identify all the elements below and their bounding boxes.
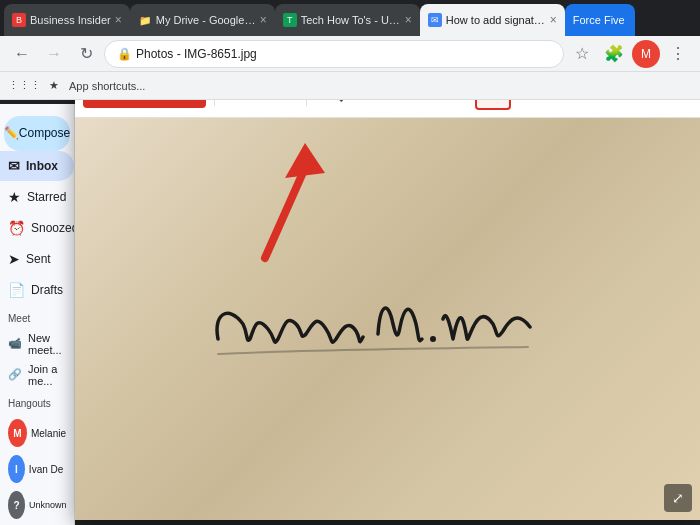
expand-icon: ⤢ xyxy=(672,490,684,506)
tab-signature[interactable]: ✉ How to add signature in... × xyxy=(420,4,565,36)
meet-section-header: Meet xyxy=(0,309,74,328)
tab-title-5: Force Five xyxy=(573,14,625,26)
unknown-label: Unknown: Up... xyxy=(29,500,66,510)
back-button[interactable]: ← xyxy=(8,40,36,68)
bookmarks-button[interactable]: ☆ xyxy=(568,40,596,68)
svg-line-1 xyxy=(265,168,305,258)
bookmark-item[interactable]: App shortcuts... xyxy=(63,78,151,94)
paper-background xyxy=(75,118,700,520)
drafts-label: Drafts xyxy=(31,283,63,297)
profile-button[interactable]: M xyxy=(632,40,660,68)
unknown-avatar: ? xyxy=(8,491,25,519)
address-bar[interactable]: 🔒 Photos - IMG-8651.jpg xyxy=(104,40,564,68)
expand-button[interactable]: ⤢ xyxy=(664,484,692,512)
tab-tech-howtos[interactable]: T Tech How To's - Up For G... × xyxy=(275,4,420,36)
sidebar-item-inbox[interactable]: ✉ Inbox xyxy=(0,151,74,182)
video-icon: 📹 xyxy=(8,337,22,350)
snoozed-label: Snoozed xyxy=(31,221,75,235)
inbox-icon: ✉ xyxy=(8,158,20,174)
tab-my-drive[interactable]: 📁 My Drive - Google Drive × xyxy=(130,4,275,36)
bookmarks-label: ★ xyxy=(49,79,59,92)
refresh-button[interactable]: ↻ xyxy=(72,40,100,68)
photos-window: 🖼️ Photos - IMG-8651.jpg — □ ✕ ← See all… xyxy=(75,30,700,520)
sent-label: Sent xyxy=(26,252,51,266)
sidebar-item-sent[interactable]: ➤ Sent xyxy=(0,243,74,274)
image-display-area: ⤢ xyxy=(75,118,700,520)
join-icon: 🔗 xyxy=(8,368,22,381)
tab-favicon-1: B xyxy=(12,13,26,27)
svg-marker-2 xyxy=(285,143,325,178)
compose-icon: ✏️ xyxy=(4,126,19,140)
sidebar-item-snoozed[interactable]: ⏰ Snoozed xyxy=(0,212,74,243)
compose-button[interactable]: ✏️ Compose xyxy=(4,116,70,151)
svg-point-0 xyxy=(430,336,436,342)
forward-button[interactable]: → xyxy=(40,40,68,68)
contact-melanie[interactable]: M Melanie xyxy=(4,417,70,449)
tab-favicon-2: 📁 xyxy=(138,13,152,27)
tab-favicon-4: ✉ xyxy=(428,13,442,27)
starred-label: Starred xyxy=(27,190,66,204)
tab-close-2[interactable]: × xyxy=(260,13,267,27)
tab-close-1[interactable]: × xyxy=(115,13,122,27)
tab-favicon-3: T xyxy=(283,13,297,27)
drafts-icon: 📄 xyxy=(8,282,25,298)
tab-title-4: How to add signature in... xyxy=(446,14,546,26)
tab-title-3: Tech How To's - Up For G... xyxy=(301,14,401,26)
gmail-sidebar: ✏️ Compose ✉ Inbox ★ Starred ⏰ Snoozed ➤… xyxy=(0,104,75,525)
tab-business-insider[interactable]: B Business Insider × xyxy=(4,4,130,36)
tab-force-five[interactable]: Force Five xyxy=(565,4,635,36)
ivan-avatar: I xyxy=(8,455,25,483)
more-options-button[interactable]: ⋮ xyxy=(664,40,692,68)
red-arrow-annotation xyxy=(205,128,365,268)
new-meeting-label: New meet... xyxy=(28,332,66,356)
snoozed-icon: ⏰ xyxy=(8,220,25,236)
compose-label: Compose xyxy=(19,126,70,140)
tab-title-2: My Drive - Google Drive xyxy=(156,14,256,26)
tab-close-3[interactable]: × xyxy=(405,13,412,27)
tab-title-1: Business Insider xyxy=(30,14,111,26)
melanie-avatar: M xyxy=(8,419,27,447)
hangouts-section-header: Hangouts xyxy=(0,394,74,413)
sidebar-item-drafts[interactable]: 📄 Drafts xyxy=(0,274,74,305)
extensions-button[interactable]: 🧩 xyxy=(600,40,628,68)
signature-svg xyxy=(178,259,598,379)
sidebar-item-starred[interactable]: ★ Starred xyxy=(0,181,74,212)
join-meeting-label: Join a me... xyxy=(28,363,66,387)
address-text: Photos - IMG-8651.jpg xyxy=(136,47,257,61)
starred-icon: ★ xyxy=(8,189,21,205)
join-meeting-item[interactable]: 🔗 Join a me... xyxy=(0,359,74,390)
tab-close-4[interactable]: × xyxy=(550,13,557,27)
melanie-name: Melanie xyxy=(31,428,66,439)
contact-ivan[interactable]: I Ivan De Luc... xyxy=(4,453,70,485)
sent-icon: ➤ xyxy=(8,251,20,267)
inbox-label: Inbox xyxy=(26,159,58,173)
unknown-contact[interactable]: ? Unknown: Up... xyxy=(4,489,70,521)
lock-icon: 🔒 xyxy=(117,47,132,61)
ivan-name: Ivan De Luc... xyxy=(29,464,66,475)
contacts-list: M Melanie I Ivan De Luc... ? Unknown: Up… xyxy=(0,413,74,525)
apps-bookmark[interactable]: ⋮⋮⋮ xyxy=(8,79,41,92)
new-meeting-item[interactable]: 📹 New meet... xyxy=(0,328,74,359)
